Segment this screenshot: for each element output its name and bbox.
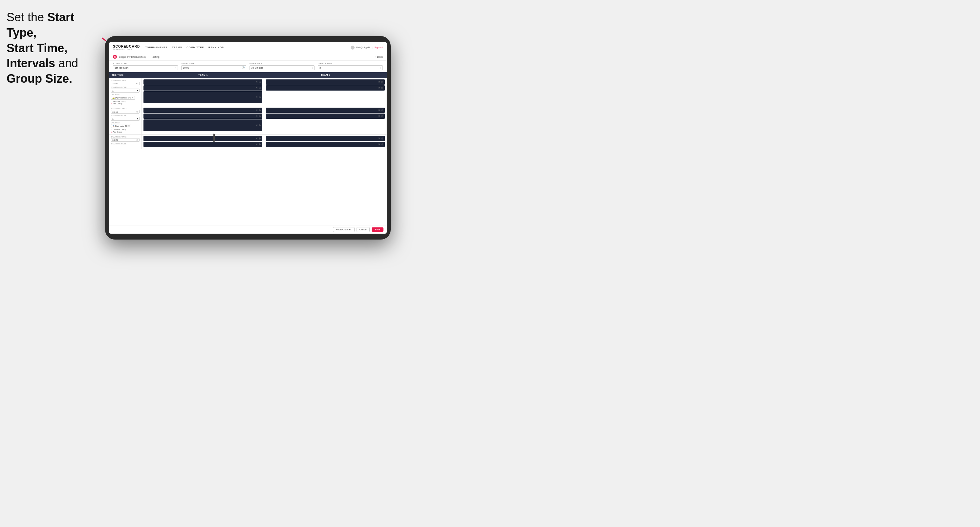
clock-icon: ⏱	[136, 139, 138, 141]
chevron-down-icon: ▾	[380, 67, 381, 69]
settings-row: Start Type 1st Tee Start ▾ Start Time 10…	[109, 61, 387, 72]
tournament-name[interactable]: Clippd Invitational (Me)	[119, 56, 146, 59]
user-email: blair@clippd.io	[356, 46, 371, 49]
start-time-group: Start Time 10:00 🕐	[181, 62, 246, 70]
reset-changes-button[interactable]: Reset Changes	[333, 227, 355, 232]
info-icon[interactable]: ◎	[259, 143, 261, 146]
info-icon[interactable]: ◎	[259, 137, 261, 140]
starting-time-input-2[interactable]: 10:10 ⏱	[111, 110, 140, 114]
info-icon[interactable]: ◎	[381, 81, 383, 83]
instruction-suffix3: and	[55, 56, 78, 70]
tablet-screen: SCOREBOARD Powered by clippd TOURNAMENTS…	[109, 42, 387, 233]
expand-icon[interactable]: ✕	[256, 109, 258, 111]
sign-out-link[interactable]: Sign out	[374, 46, 383, 49]
course-label-1: COURSE:	[111, 94, 140, 95]
expand-icon[interactable]: ✕	[256, 124, 258, 127]
instruction-line4: Group Size.	[6, 72, 72, 85]
player-slot-actions: ✕ ◎	[378, 137, 383, 140]
starting-hole-label: STARTING HOLE:	[111, 86, 140, 88]
player-slot: ✕ ◎	[143, 85, 262, 90]
starting-hole-select-2[interactable]: 1 ▾	[111, 117, 140, 121]
expand-icon[interactable]: ✕	[256, 137, 258, 140]
breadcrumb-section: Hosting	[150, 56, 159, 59]
expand-icon[interactable]: ✕	[256, 96, 258, 98]
expand-icon[interactable]: ✕	[378, 143, 380, 146]
info-icon[interactable]: ◎	[381, 87, 383, 89]
starting-hole-label: STARTING HOLE:	[111, 114, 140, 116]
user-avatar	[351, 46, 355, 49]
start-time-select[interactable]: 10:00 🕐	[181, 65, 246, 70]
team2-cell-3: ✕ ◎ ✕ ◎	[264, 135, 387, 149]
info-icon[interactable]: ◎	[259, 109, 261, 111]
add-group-button-2[interactable]: + Add Group	[111, 131, 140, 133]
start-type-select[interactable]: 1st Tee Start ▾	[113, 65, 178, 70]
expand-icon[interactable]: ✕	[378, 115, 380, 117]
course-tag-2[interactable]: 🏌 East Lake GC ✕	[111, 124, 131, 128]
player-slot: ✕ ◎	[143, 79, 262, 85]
info-icon[interactable]: ◎	[381, 137, 383, 140]
back-button[interactable]: Back	[375, 56, 383, 59]
expand-icon[interactable]: ✕	[256, 115, 258, 117]
starting-hole-select-1[interactable]: 1 ▾	[111, 89, 140, 92]
start-time-value: 10:00	[183, 66, 189, 69]
info-icon[interactable]: ◎	[259, 96, 261, 98]
remove-group-button-2[interactable]: ○ Remove Group	[111, 129, 140, 130]
tab-rankings[interactable]: RANKINGS	[208, 45, 224, 49]
plus-icon: +	[111, 131, 112, 133]
starting-hole-label: STARTING HOLE:	[111, 143, 140, 145]
expand-icon[interactable]: ✕	[378, 137, 380, 140]
tab-committee[interactable]: COMMITTEE	[186, 45, 204, 49]
info-icon[interactable]: ◎	[259, 81, 261, 83]
player-slot: ✕ ◎	[143, 91, 262, 103]
expand-icon[interactable]: ✕	[378, 81, 380, 83]
info-icon[interactable]: ◎	[381, 115, 383, 117]
clock-icon: ⏱	[136, 83, 138, 85]
player-slot: ✕ ◎	[266, 142, 385, 147]
group-size-value: 3	[320, 66, 321, 69]
flag-icon: ⛳	[112, 97, 115, 99]
player-slot-actions: ✕ ◎	[256, 96, 261, 98]
cancel-button[interactable]: Cancel	[356, 227, 370, 232]
intervals-label: Intervals	[250, 62, 315, 65]
expand-icon[interactable]: ✕	[256, 87, 258, 89]
remove-course-icon[interactable]: ✕	[128, 125, 130, 127]
group-size-select[interactable]: 3 ▾	[318, 65, 383, 70]
remove-group-button-1[interactable]: ○ Remove Group	[111, 100, 140, 102]
info-icon[interactable]: ◎	[381, 109, 383, 111]
group-size-label: Group Size	[318, 62, 383, 65]
instruction-prefix: Set the	[6, 11, 47, 24]
expand-icon[interactable]: ✕	[256, 143, 258, 146]
course-label-2: COURSE:	[111, 122, 140, 124]
team1-cell-2: ✕ ◎ ✕ ◎ ✕	[142, 106, 264, 134]
radio-icon: ○	[111, 100, 112, 102]
save-button[interactable]: Save	[372, 227, 383, 232]
expand-icon[interactable]: ✕	[378, 109, 380, 111]
info-icon[interactable]: ◎	[381, 143, 383, 146]
group-actions-1: ○ Remove Group + Add Group	[111, 100, 140, 105]
course-tag-1[interactable]: ⛳ (A) Peachtree GC ✕	[111, 96, 135, 100]
player-slot: ✕ ◎	[266, 79, 385, 85]
tee-time-cell-3: STARTING TIME: 10:20 ⏱ STARTING HOLE:	[109, 135, 142, 149]
tab-tournaments[interactable]: TOURNAMENTS	[145, 45, 167, 49]
starting-time-input-1[interactable]: 10:00 ⏱	[111, 82, 140, 85]
tab-teams[interactable]: TEAMS	[172, 45, 182, 49]
player-slot-actions: ✕ ◎	[378, 87, 383, 89]
info-icon[interactable]: ◎	[259, 115, 261, 117]
chevron-down-icon: ▾	[137, 89, 138, 92]
add-group-button-1[interactable]: + Add Group	[111, 103, 140, 105]
remove-course-icon[interactable]: ✕	[132, 97, 134, 99]
expand-icon[interactable]: ✕	[256, 81, 258, 83]
tee-time-cell-2: STARTING TIME: 10:10 ⏱ STARTING HOLE: 1 …	[109, 106, 142, 134]
info-icon[interactable]: ◎	[259, 87, 261, 89]
starting-time-input-3[interactable]: 10:20 ⏱	[111, 138, 140, 142]
player-slot-actions: ✕ ◎	[378, 115, 383, 117]
expand-icon[interactable]: ✕	[378, 87, 380, 89]
chevron-down-icon: ▾	[312, 67, 313, 69]
flag-icon: 🏌	[112, 125, 115, 127]
intervals-group: Intervals 10 Minutes ▾	[250, 62, 315, 70]
info-icon[interactable]: ◎	[259, 124, 261, 127]
intervals-select[interactable]: 10 Minutes ▾	[250, 65, 315, 70]
team1-cell-3: ✕ ◎ ✕ ◎	[142, 135, 264, 149]
team2-cell-1: ✕ ◎ ✕ ◎	[264, 78, 387, 106]
clock-icon: ⏱	[136, 111, 138, 113]
